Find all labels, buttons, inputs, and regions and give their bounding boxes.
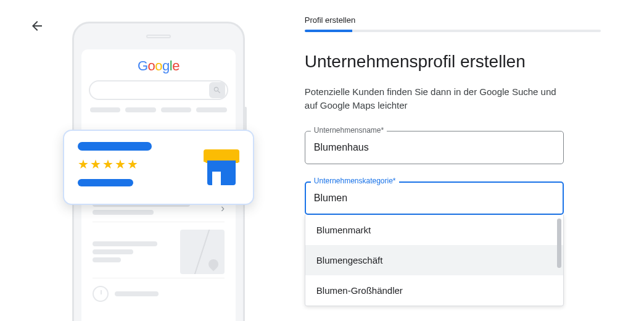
store-icon xyxy=(204,149,239,185)
business-name-input[interactable] xyxy=(305,131,564,164)
suggestion-item[interactable]: Blumen-Großhändler xyxy=(305,275,563,306)
map-thumbnail xyxy=(180,230,225,274)
google-logo: Google xyxy=(89,58,228,74)
scrollbar[interactable] xyxy=(557,219,561,268)
mock-search-bar xyxy=(89,80,228,100)
page-title: Unternehmensprofil erstellen xyxy=(305,52,601,72)
business-category-field: Unternehmenskategorie* xyxy=(305,181,564,215)
suggestion-item[interactable]: Blumengeschäft xyxy=(305,245,563,275)
form-panel: Profil erstellen Unternehmensprofil erst… xyxy=(292,15,619,321)
map-pin-icon xyxy=(207,257,221,272)
step-label: Profil erstellen xyxy=(305,15,601,25)
category-suggestions: Blumenmarkt Blumengeschäft Blumen-Großhä… xyxy=(305,215,564,306)
star-rating-icon: ★★★★★ xyxy=(78,157,192,172)
suggestion-item[interactable]: Blumenmarkt xyxy=(305,215,563,245)
progress-bar xyxy=(305,30,601,32)
business-name-label: Unternehmensname* xyxy=(311,126,387,135)
search-icon xyxy=(209,82,225,98)
illustration-panel: Google › xyxy=(25,15,292,321)
mock-chips xyxy=(89,107,228,112)
page-subtext: Potenzielle Kunden finden Sie dann in de… xyxy=(305,85,564,112)
business-category-label: Unternehmenskategorie* xyxy=(311,177,399,185)
clock-icon xyxy=(93,286,109,302)
business-category-input[interactable] xyxy=(305,181,564,215)
business-name-field: Unternehmensname* xyxy=(305,131,564,164)
business-card-preview: ★★★★★ xyxy=(63,130,254,205)
